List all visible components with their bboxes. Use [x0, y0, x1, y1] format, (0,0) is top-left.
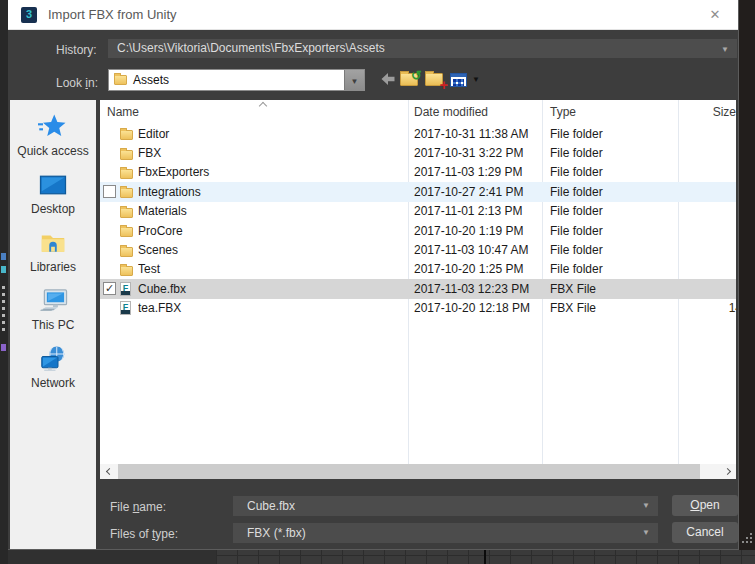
chevron-down-icon: ▼: [642, 496, 650, 516]
type-cell: File folder: [546, 146, 678, 160]
close-icon[interactable]: ✕: [706, 6, 724, 24]
file-row[interactable]: Scenes2017-11-03 10:47 AMFile folder: [100, 240, 736, 259]
file-row[interactable]: Materials2017-11-01 2:13 PMFile folder: [100, 202, 736, 221]
file-name-cell: ProCore: [138, 224, 412, 238]
chevron-down-icon: ▼: [721, 39, 729, 58]
create-new-folder-icon[interactable]: +: [425, 71, 445, 89]
sidebar-item-label: Desktop: [31, 202, 75, 216]
sidebar-item-label: Libraries: [30, 260, 76, 274]
file-row[interactable]: FbxExporters2017-11-03 1:29 PMFile folde…: [100, 163, 736, 182]
column-header-name[interactable]: Name: [100, 105, 412, 119]
file-row[interactable]: FBX2017-10-31 3:22 PMFile folder: [100, 143, 736, 162]
this-pc-icon: [37, 284, 69, 318]
view-menu-caret-icon[interactable]: ▼: [471, 71, 481, 89]
left-edge-glyph: [1, 253, 6, 260]
viewport-axis-line: [484, 550, 486, 564]
look-in-dropdown-button[interactable]: ▼: [344, 70, 364, 90]
file-row[interactable]: Editor2017-10-31 11:38 AMFile folder: [100, 124, 736, 143]
background-app-right-edge: [739, 0, 755, 564]
file-name-cell: Scenes: [138, 243, 412, 257]
cancel-button[interactable]: Cancel: [672, 522, 738, 543]
sidebar-item-this-pc[interactable]: This PC: [10, 284, 96, 342]
sidebar-item-libraries[interactable]: Libraries: [10, 226, 96, 284]
date-modified-cell: 2017-10-27 2:41 PM: [412, 185, 546, 199]
viewport-grid-strip: [8, 550, 755, 564]
files-of-type-dropdown[interactable]: FBX (*.fbx) ▼: [233, 523, 658, 543]
column-header-type[interactable]: Type: [546, 105, 678, 119]
folder-icon: [120, 247, 133, 257]
file-row[interactable]: Integrations2017-10-27 2:41 PMFile folde…: [100, 182, 736, 201]
row-icon-slot: [120, 185, 138, 198]
folder-icon: [120, 208, 133, 218]
file-row[interactable]: ✓FCube.fbx2017-11-03 12:23 PMFBX File: [100, 279, 736, 298]
places-sidebar: Quick access Desktop Libraries This PC: [10, 100, 96, 549]
type-cell: File folder: [546, 185, 678, 199]
column-header-size[interactable]: Size: [678, 105, 736, 119]
folder-icon: [120, 266, 133, 276]
scroll-left-icon[interactable]: [100, 464, 116, 479]
look-in-combobox[interactable]: Assets ▼: [108, 69, 365, 91]
view-menu-icon[interactable]: [450, 71, 469, 89]
left-edge-glyph: [1, 266, 6, 273]
file-name-cell: Materials: [138, 204, 412, 218]
sidebar-item-desktop[interactable]: Desktop: [10, 168, 96, 226]
background-app-left-edge: [0, 0, 8, 564]
file-row[interactable]: Test2017-10-20 1:25 PMFile folder: [100, 260, 736, 279]
list-header: Name Date modified Type Size: [100, 100, 736, 124]
file-row[interactable]: ProCore2017-10-20 1:19 PMFile folder: [100, 221, 736, 240]
3dsmax-app-icon: 3: [21, 7, 37, 23]
row-icon-slot: [120, 244, 138, 257]
type-cell: FBX File: [546, 282, 678, 296]
libraries-icon: [38, 226, 68, 260]
chevron-down-icon: ▼: [351, 77, 359, 86]
row-icon-slot: F: [120, 282, 138, 296]
up-one-level-icon[interactable]: ↺: [400, 71, 420, 89]
row-icon-slot: [120, 147, 138, 160]
date-modified-cell: 2017-11-03 1:29 PM: [412, 165, 546, 179]
file-name-dropdown[interactable]: Cube.fbx ▼: [233, 496, 658, 516]
file-name-cell: Integrations: [138, 185, 412, 199]
row-icon-slot: F: [120, 301, 138, 315]
sidebar-item-label: This PC: [32, 318, 75, 332]
scrollbar-thumb[interactable]: [118, 464, 700, 479]
checkbox-slot: [100, 185, 120, 198]
file-name-cell: Editor: [138, 127, 412, 141]
back-arrow-icon[interactable]: [380, 71, 396, 89]
file-list: Name Date modified Type Size Editor2017-…: [100, 100, 736, 464]
sidebar-item-network[interactable]: Network: [10, 342, 96, 400]
type-cell: File folder: [546, 243, 678, 257]
row-icon-slot: [120, 166, 138, 179]
type-cell: FBX File: [546, 301, 678, 315]
file-name-cell: FbxExporters: [138, 165, 412, 179]
folder-icon: [120, 169, 133, 179]
title-bar[interactable]: 3 Import FBX from Unity ✕: [8, 0, 738, 30]
type-cell: File folder: [546, 224, 678, 238]
row-checkbox[interactable]: [103, 185, 116, 198]
row-icon-slot: [120, 205, 138, 218]
row-icon-slot: [120, 127, 138, 140]
history-dropdown[interactable]: C:\Users\Viktoria\Documents\FbxExporters…: [108, 39, 737, 58]
sidebar-item-label: Network: [31, 376, 75, 390]
resize-grip-icon[interactable]: [742, 541, 744, 543]
file-row[interactable]: Ftea.FBX2017-10-20 12:18 PMFBX File14: [100, 299, 736, 318]
look-in-label: Look in:: [56, 76, 98, 90]
file-name-cell: Cube.fbx: [138, 282, 412, 296]
column-header-date-modified[interactable]: Date modified: [412, 105, 546, 119]
history-label: History:: [56, 43, 97, 57]
files-of-type-value: FBX (*.fbx): [247, 526, 306, 540]
folder-icon: [120, 150, 133, 160]
folder-icon: [120, 227, 133, 237]
checkbox-slot: ✓: [100, 282, 120, 295]
folder-icon: [120, 130, 133, 140]
folder-icon: [120, 188, 133, 198]
type-cell: File folder: [546, 127, 678, 141]
open-button[interactable]: Open: [672, 495, 738, 516]
horizontal-scrollbar[interactable]: [100, 464, 736, 479]
file-name-cell: tea.FBX: [138, 301, 412, 315]
row-checkbox-checked[interactable]: ✓: [103, 282, 116, 295]
dialog-title: Import FBX from Unity: [48, 7, 177, 22]
scroll-right-icon[interactable]: [720, 464, 736, 479]
file-name-cell: FBX: [138, 146, 412, 160]
file-rows: Editor2017-10-31 11:38 AMFile folderFBX2…: [100, 124, 736, 318]
sidebar-item-quick-access[interactable]: Quick access: [10, 110, 96, 168]
